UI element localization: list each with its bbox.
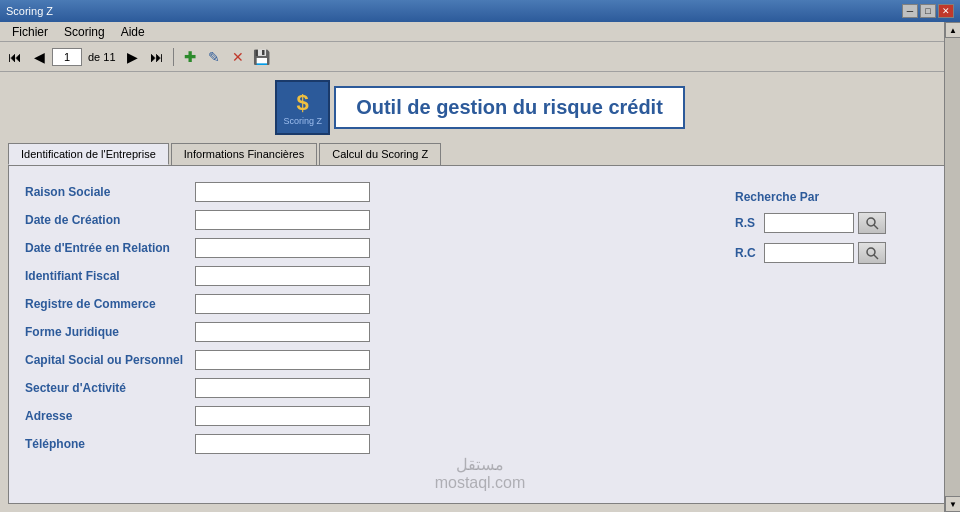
form-row-capital: Capital Social ou Personnel xyxy=(25,350,705,370)
search-rc-label: R.C xyxy=(735,246,760,260)
title-bar: Scoring Z ─ □ ✕ xyxy=(0,0,960,22)
input-adresse[interactable] xyxy=(195,406,370,426)
main-content: $ Scoring Z Outil de gestion du risque c… xyxy=(0,72,960,512)
scroll-up-button[interactable]: ▲ xyxy=(945,22,960,38)
form-right: Recherche Par R.S R.C xyxy=(735,182,935,487)
svg-point-2 xyxy=(867,248,875,256)
label-date-entree: Date d'Entrée en Relation xyxy=(25,241,195,255)
app-title: Outil de gestion du risque crédit xyxy=(356,96,663,118)
logo-subtitle: Scoring Z xyxy=(283,116,322,126)
tab-scoring[interactable]: Calcul du Scoring Z xyxy=(319,143,441,165)
delete-button[interactable]: ✕ xyxy=(227,46,249,68)
label-raison-sociale: Raison Sociale xyxy=(25,185,195,199)
label-telephone: Téléphone xyxy=(25,437,195,451)
nav-first-button[interactable]: ⏮ xyxy=(4,46,26,68)
page-total: de 11 xyxy=(84,51,120,63)
label-secteur: Secteur d'Activité xyxy=(25,381,195,395)
window-controls: ─ □ ✕ xyxy=(902,4,954,18)
maximize-button[interactable]: □ xyxy=(920,4,936,18)
input-telephone[interactable] xyxy=(195,434,370,454)
svg-line-1 xyxy=(874,225,878,229)
input-date-entree[interactable] xyxy=(195,238,370,258)
menu-scoring[interactable]: Scoring xyxy=(56,23,113,41)
search-row-rs: R.S xyxy=(735,212,935,234)
tab-identification[interactable]: Identification de l'Entreprise xyxy=(8,143,169,165)
minimize-button[interactable]: ─ xyxy=(902,4,918,18)
label-capital: Capital Social ou Personnel xyxy=(25,353,195,367)
input-identifiant[interactable] xyxy=(195,266,370,286)
save-button[interactable]: 💾 xyxy=(251,46,273,68)
search-rs-label: R.S xyxy=(735,216,760,230)
nav-prev-button[interactable]: ◀ xyxy=(28,46,50,68)
form-row-date-creation: Date de Création xyxy=(25,210,705,230)
logo: $ Scoring Z xyxy=(275,80,330,135)
toolbar: ⏮ ◀ de 11 ▶ ⏭ ✚ ✎ ✕ 💾 xyxy=(0,42,960,72)
scroll-track[interactable] xyxy=(945,38,960,496)
tabs-container: Identification de l'Entreprise Informati… xyxy=(8,143,952,165)
nav-last-button[interactable]: ⏭ xyxy=(146,46,168,68)
search-title: Recherche Par xyxy=(735,190,935,204)
scroll-down-button[interactable]: ▼ xyxy=(945,496,960,512)
form-left: Raison Sociale Date de Création Date d'E… xyxy=(25,182,705,487)
search-rc-icon xyxy=(865,246,879,260)
form-row-telephone: Téléphone xyxy=(25,434,705,454)
label-adresse: Adresse xyxy=(25,409,195,423)
input-forme[interactable] xyxy=(195,322,370,342)
input-raison-sociale[interactable] xyxy=(195,182,370,202)
input-registre[interactable] xyxy=(195,294,370,314)
edit-button[interactable]: ✎ xyxy=(203,46,225,68)
logo-dollar-icon: $ xyxy=(297,90,309,116)
label-identifiant: Identifiant Fiscal xyxy=(25,269,195,283)
menu-aide[interactable]: Aide xyxy=(113,23,153,41)
form-row-registre: Registre de Commerce xyxy=(25,294,705,314)
form-row-forme: Forme Juridique xyxy=(25,322,705,342)
scrollbar[interactable]: ▲ ▼ xyxy=(944,22,960,512)
svg-line-3 xyxy=(874,255,878,259)
label-date-creation: Date de Création xyxy=(25,213,195,227)
form-panel: Raison Sociale Date de Création Date d'E… xyxy=(8,165,952,504)
form-row-raison-sociale: Raison Sociale xyxy=(25,182,705,202)
page-input[interactable] xyxy=(52,48,82,66)
form-row-secteur: Secteur d'Activité xyxy=(25,378,705,398)
tab-financieres[interactable]: Informations Financières xyxy=(171,143,317,165)
input-capital[interactable] xyxy=(195,350,370,370)
form-row-adresse: Adresse xyxy=(25,406,705,426)
input-secteur[interactable] xyxy=(195,378,370,398)
search-rs-button[interactable] xyxy=(858,212,886,234)
label-registre: Registre de Commerce xyxy=(25,297,195,311)
search-rs-input[interactable] xyxy=(764,213,854,233)
menu-bar: Fichier Scoring Aide xyxy=(0,22,960,42)
toolbar-separator xyxy=(173,48,174,66)
form-row-date-entree: Date d'Entrée en Relation xyxy=(25,238,705,258)
app-title-box: Outil de gestion du risque crédit xyxy=(334,86,685,129)
form-row-identifiant: Identifiant Fiscal xyxy=(25,266,705,286)
search-row-rc: R.C xyxy=(735,242,935,264)
window-title: Scoring Z xyxy=(6,5,902,17)
input-date-creation[interactable] xyxy=(195,210,370,230)
close-button[interactable]: ✕ xyxy=(938,4,954,18)
label-forme: Forme Juridique xyxy=(25,325,195,339)
search-rc-button[interactable] xyxy=(858,242,886,264)
add-button[interactable]: ✚ xyxy=(179,46,201,68)
app-header: $ Scoring Z Outil de gestion du risque c… xyxy=(8,80,952,135)
search-rc-input[interactable] xyxy=(764,243,854,263)
svg-point-0 xyxy=(867,218,875,226)
menu-fichier[interactable]: Fichier xyxy=(4,23,56,41)
search-section: Recherche Par R.S R.C xyxy=(735,190,935,264)
search-rs-icon xyxy=(865,216,879,230)
nav-next-button[interactable]: ▶ xyxy=(122,46,144,68)
